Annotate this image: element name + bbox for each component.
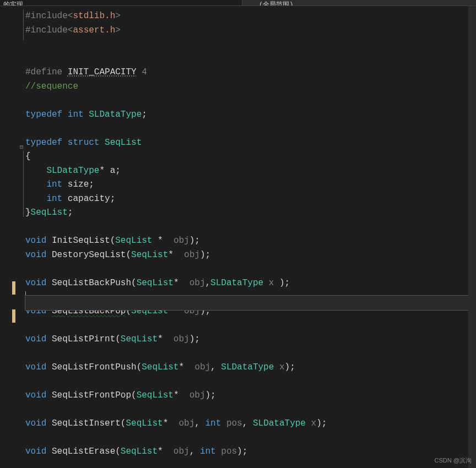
brace: { <box>25 151 31 161</box>
angle-bracket: > <box>115 11 121 21</box>
keyword: void <box>25 447 46 456</box>
code-line[interactable] <box>25 220 476 235</box>
preproc-define: #define <box>25 67 68 77</box>
code-line[interactable]: void SeqListFrontPop(SeqList* obj); <box>25 389 476 403</box>
code-line[interactable] <box>25 52 476 66</box>
function-name: SeqListInsert <box>52 418 121 428</box>
type-name: SeqList <box>31 208 68 217</box>
param: pos <box>216 447 237 456</box>
type-name: SeqList <box>126 418 163 428</box>
code-line[interactable]: SLDataType* a; <box>25 164 476 178</box>
punct: ; <box>89 179 94 189</box>
code-line[interactable]: #include<stdlib.h> <box>25 9 476 24</box>
punct: * <box>99 166 110 176</box>
code-line[interactable] <box>25 94 476 108</box>
preproc-include: #include <box>25 11 68 21</box>
param: obj <box>190 362 210 372</box>
param: obj <box>184 390 205 400</box>
code-line[interactable]: int size; <box>25 178 476 192</box>
keyword: void <box>25 418 46 428</box>
keyword: void <box>25 390 46 400</box>
param: pos <box>221 418 242 428</box>
keyword: void <box>25 278 46 288</box>
scope-dropdown[interactable]: (全局范围) <box>242 0 476 6</box>
keyword: void <box>25 250 46 260</box>
keyword: typedef <box>25 110 62 119</box>
keyword: int <box>205 418 221 428</box>
function-name: SeqListFrontPop <box>52 390 131 400</box>
code-line[interactable] <box>25 122 476 136</box>
angle-bracket: < <box>68 11 73 21</box>
bracket-guide <box>23 9 24 40</box>
type-name: SLDataType <box>253 418 306 428</box>
preproc-include: #include <box>25 25 68 35</box>
code-line[interactable]: #define INIT_CAPACITY 4 <box>25 66 476 80</box>
header-name: stdlib.h <box>73 11 115 21</box>
macro-value: 4 <box>137 67 147 77</box>
code-line[interactable] <box>25 318 476 333</box>
code-area[interactable]: #include<stdlib.h> #include<assert.h> #d… <box>25 6 476 468</box>
angle-bracket: < <box>68 25 73 35</box>
field-name: a <box>110 166 116 176</box>
vertical-scrollbar[interactable] <box>468 6 476 468</box>
param: x <box>306 418 316 428</box>
code-line[interactable]: void InitSeqList(SeqList * obj); <box>25 234 476 248</box>
function-name: DestorySeqList <box>52 250 126 260</box>
gutter: ⊟ <box>0 6 25 468</box>
code-line[interactable] <box>25 346 476 361</box>
field-name: size <box>62 179 89 189</box>
code-line[interactable]: void SeqListFrontPush(SeqList* obj, SLDa… <box>25 361 476 375</box>
keyword: void <box>25 236 46 246</box>
param: x <box>274 362 284 372</box>
code-line[interactable]: #include<assert.h> <box>25 24 476 38</box>
param: obj <box>174 418 194 428</box>
code-line[interactable]: void SeqListInsert(SeqList* obj, int pos… <box>25 417 476 431</box>
header-name: assert.h <box>73 25 115 35</box>
code-line[interactable]: void SeqListErase(SeqList* obj, int pos)… <box>25 445 476 459</box>
type-name: SeqList <box>131 250 168 260</box>
watermark: CSDN @滨洵 <box>435 456 472 465</box>
function-name: InitSeqList <box>52 236 110 246</box>
comment: //sequence <box>25 81 78 91</box>
code-line[interactable]: }SeqList; <box>25 206 476 220</box>
param: x <box>263 278 274 288</box>
keyword: typedef <box>25 138 62 148</box>
type-name: SLDataType <box>89 110 142 119</box>
keyword: int <box>200 447 216 456</box>
macro-name: INIT_CAPACITY <box>68 67 137 77</box>
type-name: SeqList <box>121 334 158 344</box>
code-line[interactable]: int capacity; <box>25 192 476 206</box>
code-line[interactable]: { <box>25 150 476 164</box>
type-name: SeqList <box>115 236 152 246</box>
code-editor[interactable]: ⊟ #include<stdlib.h> #include<assert.h> … <box>0 6 476 468</box>
type-name: SLDataType <box>221 362 274 372</box>
code-line[interactable]: void DestorySeqList(SeqList* obj); <box>25 248 476 263</box>
code-line[interactable] <box>25 431 476 445</box>
editor-tab-left[interactable]: 的实现 <box>0 0 242 6</box>
code-line[interactable]: //sequence <box>25 80 476 94</box>
type-name: SLDataType <box>46 166 99 176</box>
keyword: struct <box>68 138 100 148</box>
punct: ; <box>110 194 116 204</box>
function-name: SeqListFrontPush <box>52 362 137 372</box>
code-line[interactable] <box>25 374 476 389</box>
code-line[interactable]: void SeqListPirnt(SeqList* obj); <box>25 333 476 347</box>
fold-toggle[interactable]: ⊟ <box>20 144 23 150</box>
brace: } <box>25 208 31 217</box>
keyword: void <box>25 362 46 372</box>
code-line[interactable]: typedef int SLDataType; <box>25 108 476 122</box>
type-name: SeqList <box>137 278 174 288</box>
code-line[interactable]: void SeqListBackPush(SeqList* obj,SLData… <box>25 276 476 291</box>
code-line[interactable] <box>25 262 476 276</box>
param: obj <box>168 447 189 456</box>
code-line[interactable] <box>25 402 476 417</box>
param: obj <box>178 250 199 260</box>
code-line[interactable]: typedef struct SeqList <box>25 136 476 150</box>
change-marker <box>12 309 15 323</box>
keyword: void <box>25 334 46 344</box>
code-line[interactable] <box>25 37 476 52</box>
change-marker <box>12 281 15 295</box>
type-name: SLDataType <box>210 278 263 288</box>
keyword: int <box>46 194 62 204</box>
function-name: SeqListPirnt <box>52 334 115 344</box>
